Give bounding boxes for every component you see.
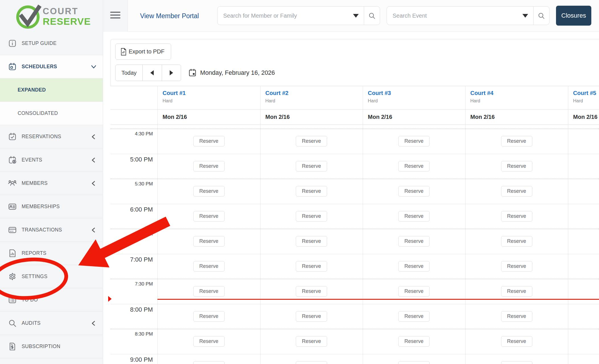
member-search-box (217, 6, 380, 25)
reserve-button[interactable]: Reserve (398, 211, 430, 222)
member-search-button[interactable] (364, 7, 380, 25)
court-name[interactable]: Court #5 (573, 90, 599, 96)
dropdown-caret-icon[interactable] (353, 14, 359, 18)
reserve-button[interactable]: Reserve (398, 186, 430, 197)
sidebar-item-reservations[interactable]: RESERVATIONS (0, 125, 103, 148)
event-search-input[interactable] (387, 13, 520, 19)
event-search-box (387, 6, 549, 25)
export-to-pdf-button[interactable]: Export to PDF (115, 44, 171, 60)
reserve-button[interactable]: Reserve (501, 186, 532, 197)
date-column-header: Mon 2/16 (260, 109, 363, 125)
half-hour-line (110, 179, 599, 179)
court-header-cell: Court #5Hard (568, 86, 599, 109)
reserve-button[interactable]: Reserve (398, 286, 430, 297)
reserve-button[interactable]: Reserve (501, 211, 532, 222)
sidebar-item-subscription[interactable]: SUBSCRIPTION (0, 335, 103, 358)
current-time-line (157, 299, 599, 300)
today-button[interactable]: Today (116, 65, 142, 81)
reserve-button[interactable]: Reserve (193, 311, 225, 322)
time-label: 6:30 PM (110, 231, 153, 237)
reserve-button[interactable]: Reserve (296, 336, 327, 347)
reserve-button[interactable]: Reserve (501, 136, 532, 146)
reserve-button[interactable]: Reserve (296, 311, 327, 322)
reserve-button[interactable]: Reserve (501, 236, 532, 247)
reserve-button[interactable]: Reserve (193, 161, 225, 171)
view-member-portal-link[interactable]: View Member Portal (140, 0, 199, 32)
closures-button[interactable]: Closures (556, 6, 591, 26)
time-label: 4:30 PM (110, 131, 153, 137)
half-hour-line (110, 329, 599, 329)
sidebar-item-transactions[interactable]: TRANSACTIONS (0, 218, 103, 242)
half-hour-line (110, 279, 599, 279)
half-hour-line (110, 129, 599, 129)
sidebar-item-audits[interactable]: AUDITS (0, 312, 103, 335)
next-day-button[interactable] (162, 65, 181, 81)
reserve-button[interactable]: Reserve (193, 236, 225, 247)
court-name[interactable]: Court #2 (265, 90, 363, 96)
dropdown-caret-icon[interactable] (522, 14, 528, 18)
chevron-left-icon (91, 157, 95, 163)
reserve-button[interactable]: Reserve (193, 336, 225, 347)
reserve-button[interactable]: Reserve (398, 361, 430, 364)
sidebar-item-members[interactable]: MEMBERS (0, 172, 103, 195)
time-label: 6:00 PM (110, 206, 153, 213)
reserve-button[interactable]: Reserve (501, 286, 532, 297)
court-surface-label: Hard (163, 98, 260, 104)
magnifier-icon (8, 319, 17, 328)
reserve-button[interactable]: Reserve (193, 211, 225, 222)
reserve-button[interactable]: Reserve (193, 186, 225, 197)
court-name[interactable]: Court #4 (470, 90, 568, 96)
invoice-icon (8, 342, 17, 351)
reserve-button[interactable]: Reserve (398, 161, 430, 171)
reserve-button[interactable]: Reserve (296, 236, 327, 247)
reserve-button[interactable]: Reserve (398, 236, 430, 247)
sidebar-item-setup-guide[interactable]: SETUP GUIDE (0, 32, 103, 55)
reserve-button[interactable]: Reserve (398, 136, 430, 146)
reserve-button[interactable]: Reserve (501, 261, 532, 272)
court-name[interactable]: Court #3 (368, 90, 465, 96)
reserve-button[interactable]: Reserve (193, 361, 225, 364)
reserve-button[interactable]: Reserve (296, 361, 327, 364)
sidebar-item-expanded[interactable]: EXPANDED (0, 78, 103, 102)
reserve-button[interactable]: Reserve (296, 136, 327, 146)
member-search-input[interactable] (218, 13, 351, 19)
reserve-button[interactable]: Reserve (398, 311, 430, 322)
court-name[interactable]: Court #1 (163, 90, 260, 96)
sidebar-item-reports[interactable]: REPORTS (0, 242, 103, 265)
brand-logo: COURT RESERVE (0, 0, 103, 32)
reserve-button[interactable]: Reserve (193, 261, 225, 272)
scheduler-grid: Court #1HardMon 2/16Court #2HardMon 2/16… (110, 86, 599, 364)
sidebar-item-settings[interactable]: SETTINGS (0, 265, 103, 288)
reserve-button[interactable]: Reserve (296, 161, 327, 171)
reserve-button[interactable]: Reserve (296, 261, 327, 272)
sidebar-item-events[interactable]: EVENTS (0, 148, 103, 172)
reserve-button[interactable]: Reserve (296, 286, 327, 297)
time-label: 7:00 PM (110, 256, 153, 263)
reserve-button[interactable]: Reserve (501, 361, 532, 364)
top-bar: COURT RESERVE View Member Portal Closure… (0, 0, 599, 32)
previous-day-button[interactable] (142, 65, 161, 81)
court-header-cell: Court #4Hard (465, 86, 568, 109)
reserve-button[interactable]: Reserve (501, 311, 532, 322)
reserve-button[interactable]: Reserve (193, 286, 225, 297)
chevron-left-icon (91, 134, 95, 140)
sidebar-toggle-button[interactable] (103, 0, 128, 32)
reserve-button[interactable]: Reserve (296, 186, 327, 197)
reserve-button[interactable]: Reserve (501, 161, 532, 171)
sidebar-item-to-do[interactable]: TO DO (0, 288, 103, 312)
reserve-button[interactable]: Reserve (398, 336, 430, 347)
current-time-marker-icon (108, 296, 112, 302)
calendar-icon (188, 69, 196, 77)
court-header-cell: Court #1Hard (157, 86, 260, 109)
column-border (568, 86, 568, 364)
event-search-button[interactable] (533, 7, 549, 25)
reserve-button[interactable]: Reserve (501, 336, 532, 347)
brand-word-court: COURT (43, 6, 78, 16)
reserve-button[interactable]: Reserve (296, 211, 327, 222)
sidebar-item-schedulers[interactable]: SCHEDULERS (0, 55, 103, 78)
sidebar-item-memberships[interactable]: MEMBERSHIPS (0, 195, 103, 218)
reserve-button[interactable]: Reserve (193, 136, 225, 146)
sidebar-item-consolidated[interactable]: CONSOLIDATED (0, 102, 103, 125)
reserve-button[interactable]: Reserve (398, 261, 430, 272)
court-surface-label: Hard (368, 98, 465, 104)
